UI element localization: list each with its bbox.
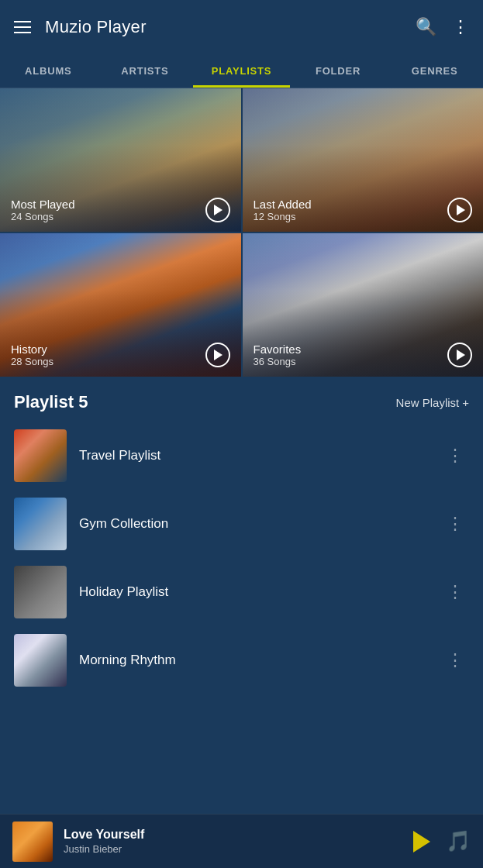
tab-bar: ALBUMS ARTISTS PLAYLISTS FOLDER GENRES [0, 54, 483, 88]
featured-playlist-most-played[interactable]: Most Played 24 Songs [0, 88, 241, 232]
menu-icon[interactable] [14, 21, 31, 33]
more-options-icon[interactable]: ⋮ [452, 17, 469, 37]
playlist-thumbnail [14, 498, 67, 550]
play-triangle-icon [457, 205, 465, 215]
play-button[interactable] [205, 343, 230, 367]
tab-genres[interactable]: GENRES [386, 54, 483, 88]
featured-playlist-name: History [11, 343, 53, 356]
featured-playlist-name: Favorites [254, 343, 302, 356]
featured-playlist-name: Last Added [254, 198, 312, 211]
featured-playlist-info: Last Added 12 Songs [254, 198, 312, 222]
featured-playlist-count: 12 Songs [254, 211, 312, 222]
new-playlist-label: New Playlist [396, 396, 460, 409]
header-actions: 🔍 ⋮ [416, 17, 469, 37]
now-playing-info: Love Yourself Justin Bieber [64, 828, 402, 855]
new-playlist-plus-icon: + [462, 396, 469, 409]
playlist-item-name: Travel Playlist [79, 448, 430, 463]
play-triangle-icon [214, 350, 223, 360]
playlist-list-header: Playlist 5 New Playlist + [0, 380, 483, 422]
featured-playlist-count: 24 Songs [11, 211, 75, 222]
playlist-thumbnail [14, 634, 67, 687]
new-playlist-button[interactable]: New Playlist + [396, 396, 469, 409]
playlist-item-more-icon[interactable]: ⋮ [442, 511, 469, 537]
featured-playlist-history[interactable]: History 28 Songs [0, 233, 241, 377]
list-item[interactable]: Gym Collection ⋮ [0, 490, 483, 558]
now-playing-title: Love Yourself [64, 828, 402, 842]
playlist-item-name: Holiday Playlist [79, 584, 430, 600]
header: Muzio Player 🔍 ⋮ [0, 0, 483, 54]
play-button[interactable] [447, 343, 472, 367]
featured-playlist-info: History 28 Songs [11, 343, 53, 367]
playlist-thumbnail [14, 429, 67, 482]
now-playing-play-button[interactable] [413, 831, 430, 852]
search-icon[interactable]: 🔍 [416, 17, 436, 37]
play-triangle-icon [214, 205, 223, 215]
list-item[interactable]: Travel Playlist ⋮ [0, 422, 483, 490]
content-area: Most Played 24 Songs Last Added 12 Songs… [0, 88, 483, 749]
playlist-item-name: Gym Collection [79, 516, 430, 532]
featured-playlist-info: Most Played 24 Songs [11, 198, 75, 222]
now-playing-queue-icon[interactable]: 🎵 [446, 829, 471, 853]
playlist-item-more-icon[interactable]: ⋮ [442, 443, 469, 469]
featured-playlist-grid: Most Played 24 Songs Last Added 12 Songs… [0, 88, 483, 377]
list-item[interactable]: Holiday Playlist ⋮ [0, 558, 483, 626]
playlist-item-name: Morning Rhythm [79, 653, 430, 668]
now-playing-controls: 🎵 [413, 829, 471, 853]
play-button[interactable] [447, 198, 472, 222]
playlist-item-more-icon[interactable]: ⋮ [442, 579, 469, 605]
featured-playlist-name: Most Played [11, 198, 75, 211]
now-playing-thumbnail [12, 822, 53, 862]
now-playing-bar: Love Yourself Justin Bieber 🎵 [0, 814, 483, 868]
playlist-thumbnail [14, 566, 67, 618]
list-item[interactable]: Morning Rhythm ⋮ [0, 626, 483, 694]
featured-playlist-info: Favorites 36 Songs [254, 343, 302, 367]
featured-playlist-favorites[interactable]: Favorites 36 Songs [243, 233, 484, 377]
tab-folder[interactable]: FOLDER [290, 54, 387, 88]
tab-artists[interactable]: ARTISTS [97, 54, 194, 88]
tab-playlists[interactable]: PLAYLISTS [193, 54, 290, 88]
play-button[interactable] [205, 198, 230, 222]
now-playing-artist: Justin Bieber [64, 843, 402, 855]
app-title: Muzio Player [45, 17, 416, 37]
play-triangle-icon [457, 350, 465, 360]
featured-playlist-last-added[interactable]: Last Added 12 Songs [243, 88, 484, 232]
featured-playlist-count: 28 Songs [11, 356, 53, 367]
playlist-section-title: Playlist 5 [14, 392, 88, 412]
playlist-item-more-icon[interactable]: ⋮ [442, 647, 469, 673]
tab-albums[interactable]: ALBUMS [0, 54, 97, 88]
featured-playlist-count: 36 Songs [254, 356, 302, 367]
